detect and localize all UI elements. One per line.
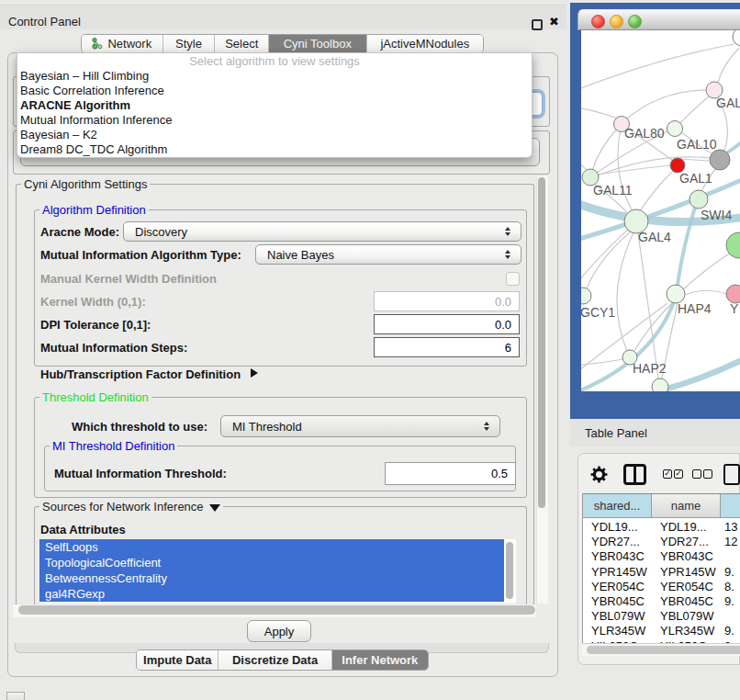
tab-cyni-toolbox[interactable]: Cyni Toolbox: [269, 35, 367, 52]
attribute-list-item[interactable]: TopologicalCoefficient: [39, 555, 504, 570]
table-panel-container: ✓✓ shared...nameYDL19...YDL19...13YDR27.…: [577, 453, 740, 665]
cyni-algorithm-settings-title: Cyni Algorithm Settings: [21, 177, 150, 191]
network-edge[interactable]: [597, 165, 670, 175]
network-edge[interactable]: [581, 359, 623, 366]
dock-mini-button[interactable]: [6, 692, 25, 700]
export-table-icon[interactable]: [723, 464, 740, 485]
table-cell: YER054C: [652, 579, 721, 594]
settings-vertical-scrollbar-thumb[interactable]: [538, 177, 545, 508]
tab-label: Select: [225, 37, 258, 51]
select-all-columns-icon[interactable]: ✓✓: [663, 469, 685, 479]
manual-kernel-checkbox[interactable]: [506, 272, 520, 286]
network-edge[interactable]: [718, 48, 739, 82]
column-header-name[interactable]: name: [652, 494, 721, 517]
table-cell: YLR345W: [583, 623, 652, 638]
data-attributes-list[interactable]: SelfLoopsTopologicalCoefficientBetweenne…: [39, 539, 516, 604]
network-node-gray-node[interactable]: [710, 150, 730, 170]
column-header-shared...[interactable]: shared...: [583, 494, 652, 517]
network-edge[interactable]: [680, 93, 713, 123]
mi-threshold-field[interactable]: 0.5: [385, 462, 516, 485]
split-panel-icon[interactable]: [623, 464, 646, 485]
table-row[interactable]: YLR345WYLR345W9.: [583, 623, 740, 638]
table-cell: YBL079W: [583, 608, 652, 624]
network-node-swi4-node[interactable]: [690, 190, 708, 209]
network-window-titlebar[interactable]: [577, 9, 740, 30]
algorithm-dropdown-popup: Select algorithm to view settings Bayesi…: [17, 52, 533, 158]
mi-steps-label: Mutual Information Steps:: [40, 341, 187, 355]
window-close-icon[interactable]: [591, 15, 605, 28]
network-node-pink-right[interactable]: [726, 285, 740, 303]
table-row[interactable]: YER054CYER054C8.: [583, 579, 740, 594]
network-node-gcy1-node[interactable]: [581, 288, 591, 304]
column-header-clipped[interactable]: [721, 494, 740, 517]
gear-icon[interactable]: [590, 466, 608, 483]
close-icon[interactable]: ✖: [549, 16, 559, 28]
network-edge[interactable]: [685, 290, 726, 295]
table-cell: 9.: [721, 623, 740, 638]
dropdown-item[interactable]: Dream8 DC_TDC Algorithm: [17, 142, 532, 157]
which-threshold-value: MI Threshold: [221, 420, 302, 434]
tab-network[interactable]: Network: [82, 35, 163, 52]
table-row[interactable]: YDR27...YDR27...12: [583, 534, 740, 549]
network-edge[interactable]: [592, 127, 619, 171]
tab-select[interactable]: Select: [215, 35, 269, 52]
network-edge[interactable]: [639, 171, 673, 212]
window-zoom-icon[interactable]: [628, 15, 642, 28]
table-cell: YLR345W: [652, 623, 721, 638]
network-edge[interactable]: [661, 358, 740, 390]
network-edge[interactable]: [622, 90, 709, 123]
mi-type-value: Naive Bayes: [256, 248, 334, 262]
float-window-icon[interactable]: [532, 19, 543, 30]
algorithm-definition-title: Algorithm Definition: [39, 203, 149, 217]
dropdown-item[interactable]: Bayesian – Hill Climbing: [17, 69, 532, 84]
dropdown-item[interactable]: Basic Correlation Inference: [17, 84, 532, 98]
tab-style[interactable]: Style: [163, 35, 216, 52]
dropdown-item[interactable]: Bayesian – K2: [17, 128, 532, 142]
table-row[interactable]: YBL079WYBL079W: [583, 608, 740, 624]
network-node-hap4-node[interactable]: [667, 285, 685, 303]
network-node-gal10-node[interactable]: [667, 121, 683, 137]
network-edge[interactable]: [683, 253, 731, 289]
network-edge[interactable]: [680, 159, 709, 161]
tab-jactivemnodules[interactable]: jActiveMNodules: [367, 35, 483, 52]
deselect-all-columns-icon[interactable]: [692, 469, 714, 479]
settings-horizontal-scrollbar-thumb[interactable]: [18, 605, 535, 615]
network-edge[interactable]: [587, 231, 632, 288]
network-edge[interactable]: [581, 107, 621, 119]
kernel-width-field[interactable]: 0.0: [374, 291, 520, 311]
tab-infer-network[interactable]: Infer Network: [332, 650, 428, 670]
data-attributes-label: Data Attributes: [40, 523, 126, 536]
attribute-list-item[interactable]: BetweennessCentrality: [39, 570, 504, 586]
attribute-list-item[interactable]: SelfLoops: [39, 539, 504, 555]
mi-type-combobox[interactable]: Naive Bayes: [255, 244, 521, 265]
attribute-list-item[interactable]: gal4RGexp: [39, 586, 504, 602]
dropdown-item[interactable]: ARACNE Algorithm: [17, 98, 532, 113]
aracne-mode-combobox[interactable]: Discovery: [123, 221, 521, 242]
table-row[interactable]: YPR145WYPR145W9.: [583, 564, 740, 580]
window-minimize-icon[interactable]: [610, 15, 623, 28]
expand-arrow-icon[interactable]: [251, 368, 258, 378]
sources-title-text: Sources for Network Inference: [42, 500, 204, 514]
attributes-list-scrollbar-thumb[interactable]: [506, 542, 513, 599]
table-row[interactable]: YDL19...YDL19...13: [583, 519, 740, 535]
dropdown-item[interactable]: Mutual Information Inference: [17, 113, 532, 128]
tab-discretize-data[interactable]: Discretize Data: [219, 650, 331, 670]
mi-steps-field[interactable]: 6: [374, 337, 520, 357]
table-horizontal-scrollbar-thumb[interactable]: [587, 646, 740, 654]
network-edge[interactable]: [617, 232, 633, 351]
table-row[interactable]: YBR045CYBR045C9.: [583, 593, 740, 609]
network-edge[interactable]: [581, 158, 588, 171]
tab-impute-data[interactable]: Impute Data: [137, 650, 219, 670]
network-node-bottom-node[interactable]: [652, 378, 668, 391]
hub-definition-label[interactable]: Hub/Transcription Factor Definition: [40, 367, 241, 381]
network-edge[interactable]: [638, 233, 658, 378]
table-horizontal-scrollbar[interactable]: [582, 643, 740, 656]
apply-button[interactable]: Apply: [247, 620, 311, 642]
which-threshold-combobox[interactable]: MI Threshold: [220, 415, 500, 437]
network-node-top-node[interactable]: [733, 30, 740, 46]
network-tab-icon: [92, 38, 103, 50]
table-row[interactable]: YBR043CYBR043C: [583, 548, 740, 564]
dpi-tolerance-field[interactable]: 0.0: [374, 314, 520, 334]
sources-group-title[interactable]: Sources for Network Inference: [39, 500, 223, 514]
network-canvas[interactable]: GALGAL80GAL10GAL1GAL11SWI4GAL4GCY1HAP4YH…: [581, 30, 740, 391]
